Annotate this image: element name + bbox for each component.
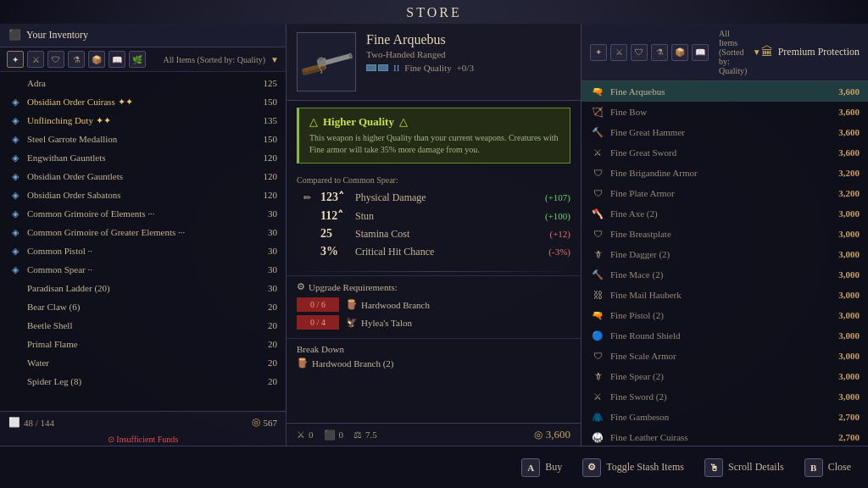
inventory-sort-label: All Items (Sorted by: Quality) xyxy=(164,55,266,64)
inv-item[interactable]: ◈Common Pistol ··30 xyxy=(0,241,286,260)
store-item-name: Fine Bow xyxy=(610,107,821,117)
inv-item[interactable]: ◈Obsidian Order Cuirass ✦✦150 xyxy=(0,92,286,111)
store-item-name: Fine Mail Hauberk xyxy=(610,290,821,300)
filter-consumable[interactable]: ⚗ xyxy=(68,51,85,68)
inv-item[interactable]: ◈Obsidian Order Gauntlets120 xyxy=(0,167,286,186)
inv-item[interactable]: ◈Common Spear ··30 xyxy=(0,260,286,279)
store-item-price: 3,000 xyxy=(826,290,860,300)
inv-item-name: Engwithan Gauntlets xyxy=(27,152,247,163)
buy-button[interactable]: A Buy xyxy=(521,458,562,477)
inv-item[interactable]: Beetle Shell20 xyxy=(0,316,286,335)
store-item-icon: 🔵 xyxy=(590,328,605,343)
close-key: B xyxy=(804,458,823,477)
filter-all[interactable]: ✦ xyxy=(7,51,24,68)
inv-item[interactable]: ◈Engwithan Gauntlets120 xyxy=(0,148,286,167)
inventory-filter-icons: ✦ ⚔ 🛡 ⚗ 📦 📖 🌿 xyxy=(7,51,146,68)
store-item[interactable]: 🪓Fine Axe (2)3,000 xyxy=(581,203,868,224)
store-item[interactable]: ⛓Fine Mail Hauberk3,000 xyxy=(581,285,868,305)
store-item[interactable]: ⚔Fine Great Sword3,600 xyxy=(581,142,868,163)
store-item[interactable]: 🔨Fine Great Hammer3,600 xyxy=(581,122,868,142)
store-filter-icons: ✦ ⚔ 🛡 ⚗ 📦 📖 xyxy=(590,44,709,61)
store-item[interactable]: 🔫Fine Arquebus3,600 xyxy=(581,81,868,102)
breakdown-section: Break Down 🪵 Hardwood Branch (2) xyxy=(287,338,581,374)
filter-weapon[interactable]: ⚔ xyxy=(27,51,44,68)
upgrade-icon: ⚙ xyxy=(297,281,305,292)
store-item[interactable]: ⚔Fine Sword (2)3,000 xyxy=(581,386,868,407)
scroll-details-button[interactable]: 🖱 Scroll Details xyxy=(704,458,784,477)
compare-section: Compared to Common Spear: ✏ 123˄ Physica… xyxy=(287,170,581,268)
store-filter-all[interactable]: ✦ xyxy=(590,44,607,61)
store-item[interactable]: 🥋Fine Leather Cuirass2,700 xyxy=(581,427,868,446)
store-item[interactable]: 🗡Fine Spear (2)3,000 xyxy=(581,366,868,386)
inventory-panel: ⬛ Your Inventory ✦ ⚔ 🛡 ⚗ 📦 📖 🌿 All Items… xyxy=(0,24,287,446)
store-item-price: 2,700 xyxy=(826,432,860,442)
store-item[interactable]: 🔫Fine Pistol (2)3,000 xyxy=(581,305,868,325)
inventory-icon: ⬛ xyxy=(8,29,21,42)
inv-item[interactable]: Adra125 xyxy=(0,74,286,92)
inv-item-icon: ◈ xyxy=(8,263,22,276)
inventory-sort-arrow[interactable]: ▼ xyxy=(270,55,279,64)
inventory-filter-bar: ✦ ⚔ 🛡 ⚗ 📦 📖 🌿 All Items (Sorted by: Qual… xyxy=(0,47,286,72)
footer-weight-stat: ⚖ 7.5 xyxy=(353,430,377,441)
stat-bonus-stamina: (+12) xyxy=(549,229,570,239)
store-item[interactable]: 🛡Fine Plate Armor3,200 xyxy=(581,183,868,203)
inv-item[interactable]: ◈Common Grimoire of Elements ···30 xyxy=(0,204,286,223)
inv-item[interactable]: Paradisan Ladder (20)30 xyxy=(0,279,286,297)
toggle-stash-button[interactable]: ⚙ Toggle Stash Items xyxy=(582,458,684,477)
store-filter-weapon[interactable]: ⚔ xyxy=(610,44,627,61)
store-item[interactable]: 🛡Fine Scale Armor3,000 xyxy=(581,346,868,366)
stat-name-physical: Physical Damage xyxy=(355,191,540,204)
premium-icon: 🏛 xyxy=(761,46,773,59)
gold-value: 567 xyxy=(264,418,278,428)
hq-title: △ Higher Quality △ xyxy=(309,115,559,129)
breakdown-name-1: Hardwood Branch (2) xyxy=(312,358,394,369)
inv-item-name: Steel Garrote Medallion xyxy=(27,134,247,144)
inv-item-name: Water xyxy=(27,358,247,368)
inv-item[interactable]: ◈Obsidian Order Sabatons120 xyxy=(0,186,286,204)
upgrade-bar-2: 0 / 4 xyxy=(297,315,339,330)
stat-crit: 3% Critical Hit Chance (-3%) xyxy=(297,245,570,258)
store-item[interactable]: 🗡Fine Dagger (2)3,000 xyxy=(581,244,868,264)
inv-item-value: 120 xyxy=(252,190,277,200)
store-item[interactable]: 🔵Fine Round Shield3,000 xyxy=(581,325,868,346)
close-button[interactable]: B Close xyxy=(804,458,851,477)
breakdown-item-1: 🪵 Hardwood Branch (2) xyxy=(297,358,570,369)
inv-item-icon: ◈ xyxy=(8,225,22,239)
compare-label: Compared to Common Spear: xyxy=(297,175,570,185)
upgrade-icon-branch: 🪵 xyxy=(346,299,358,310)
inv-item-value: 30 xyxy=(252,246,277,256)
store-item[interactable]: 🏹Fine Bow3,600 xyxy=(581,102,868,122)
hq-title-text: Higher Quality xyxy=(323,115,394,129)
store-filter-consumable[interactable]: ⚗ xyxy=(651,44,668,61)
filter-armor[interactable]: 🛡 xyxy=(47,51,64,68)
store-item[interactable]: 🛡Fine Brigandine Armor3,200 xyxy=(581,163,868,183)
capacity-icon: ⬜ xyxy=(8,417,20,428)
store-item[interactable]: 🧥Fine Gambeson2,700 xyxy=(581,407,868,427)
filter-grimoire[interactable]: 📖 xyxy=(108,51,125,68)
inv-item[interactable]: Spider Leg (8)20 xyxy=(0,372,286,391)
store-item-name: Fine Round Shield xyxy=(610,330,821,341)
stat-bonus-physical: (+107) xyxy=(545,192,570,202)
item-detail-panel: Fine Arquebus Two-Handed Ranged II Fine … xyxy=(287,24,581,446)
inv-item-name: Unflinching Duty ✦✦ xyxy=(27,115,247,126)
capacity-value: 48 / 144 xyxy=(24,418,54,428)
inv-item[interactable]: ◈Common Grimoire of Greater Elements ···… xyxy=(0,223,286,241)
inv-item-icon xyxy=(8,281,22,295)
inv-item[interactable]: ◈Unflinching Duty ✦✦135 xyxy=(0,111,286,130)
store-item[interactable]: 🔨Fine Mace (2)3,000 xyxy=(581,264,868,285)
store-filter-misc[interactable]: 📦 xyxy=(671,44,688,61)
filter-misc[interactable]: 📦 xyxy=(88,51,105,68)
attack-value: 0 xyxy=(309,430,314,440)
stat-val-stun: 112˄ xyxy=(320,208,350,223)
filter-ingredient[interactable]: 🌿 xyxy=(129,51,146,68)
store-filter-grimoire[interactable]: 📖 xyxy=(692,44,709,61)
store-item[interactable]: 🛡Fine Breastplate3,000 xyxy=(581,224,868,244)
inv-item[interactable]: Primal Flame20 xyxy=(0,335,286,353)
inv-item[interactable]: ◈Steel Garrote Medallion150 xyxy=(0,130,286,148)
store-filter-armor[interactable]: 🛡 xyxy=(631,44,648,61)
weight-icon: ⚖ xyxy=(353,430,362,441)
store-sort-arrow[interactable]: ▼ xyxy=(753,47,761,57)
inv-item-icon: ◈ xyxy=(8,244,22,258)
inv-item[interactable]: Water20 xyxy=(0,353,286,372)
inv-item[interactable]: Bear Claw (6)20 xyxy=(0,297,286,316)
